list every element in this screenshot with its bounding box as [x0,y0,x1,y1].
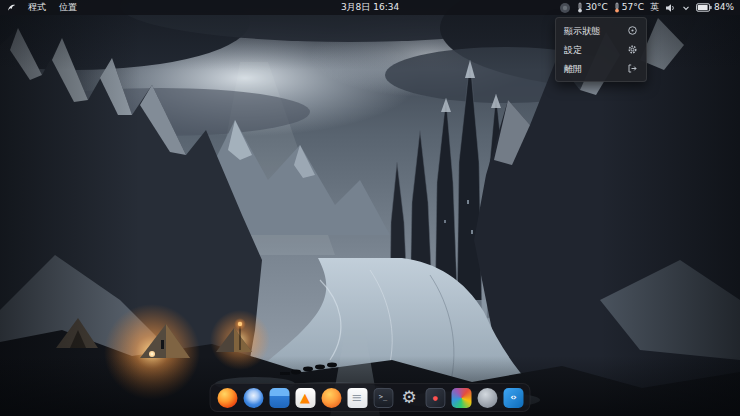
dock: ▲ ≡ >_ ⚙ ● ‹› [210,383,531,412]
vlc-icon: ▲ [295,388,315,408]
logout-icon [627,63,638,74]
ide-icon: ● [425,388,445,408]
dock-item-image-viewer[interactable] [451,387,472,408]
app-gray-icon [477,388,497,408]
menu-item-label: 設定 [564,45,582,55]
vscode-icon: ‹› [503,388,523,408]
menu-places[interactable]: 位置 [57,0,79,15]
dock-item-app-gray[interactable] [477,387,498,408]
dock-item-settings[interactable]: ⚙ [399,387,420,408]
vlc-glyph: ▲ [300,391,310,404]
volume-icon[interactable] [665,3,676,13]
menu-item-label: 顯示狀態 [564,26,600,36]
gpu-temp-value: 57°C [622,0,644,15]
text-editor-icon: ≡ [347,388,367,408]
dock-item-terminal[interactable]: >_ [373,387,394,408]
settings-glyph: ⚙ [401,389,416,406]
gear-icon [627,44,638,55]
dock-item-ide[interactable]: ● [425,387,446,408]
dock-item-vscode[interactable]: ‹› [503,387,524,408]
dock-item-app-orange[interactable] [321,387,342,408]
menu-item-label: 離開 [564,64,582,74]
cpu-temp-indicator[interactable]: 30°C [577,0,607,15]
input-method-indicator[interactable]: 英 [650,0,659,15]
dock-item-chromium[interactable] [243,387,264,408]
dock-item-vlc[interactable]: ▲ [295,387,316,408]
terminal-icon: >_ [373,388,393,408]
menu-item-quit[interactable]: 離開 [556,59,646,78]
menu-item-settings[interactable]: 設定 [556,40,646,59]
battery-icon [696,3,712,12]
chromium-icon [243,388,263,408]
status-indicator-icon[interactable] [559,2,571,14]
clock[interactable]: 3月8日 16:34 [341,0,399,15]
vscode-glyph: ‹› [510,393,515,402]
status-icon [627,25,638,36]
system-menu: 顯示狀態 設定 離開 [555,17,647,82]
battery-percent: 84% [714,0,734,15]
gpu-temp-indicator[interactable]: 57°C [614,0,644,15]
dock-item-firefox[interactable] [217,387,238,408]
thermometer-icon [577,2,583,13]
distro-logo [6,2,17,13]
app-orange-icon [321,388,341,408]
files-icon [269,388,289,408]
thermometer-icon [614,2,620,13]
dock-item-files[interactable] [269,387,290,408]
menu-item-display-status[interactable]: 顯示狀態 [556,21,646,40]
text-editor-glyph: ≡ [352,391,363,404]
ide-glyph: ● [432,395,437,401]
chevron-down-icon[interactable] [682,4,690,12]
image-viewer-icon [451,388,471,408]
dock-item-text-editor[interactable]: ≡ [347,387,368,408]
settings-gear-icon: ⚙ [399,388,419,408]
terminal-glyph: >_ [379,394,387,401]
topbar: 程式 位置 3月8日 16:34 30°C 57°C 英 [0,0,740,15]
menu-programs[interactable]: 程式 [26,0,48,15]
battery-indicator[interactable]: 84% [696,0,734,15]
firefox-icon [217,388,237,408]
cpu-temp-value: 30°C [585,0,607,15]
